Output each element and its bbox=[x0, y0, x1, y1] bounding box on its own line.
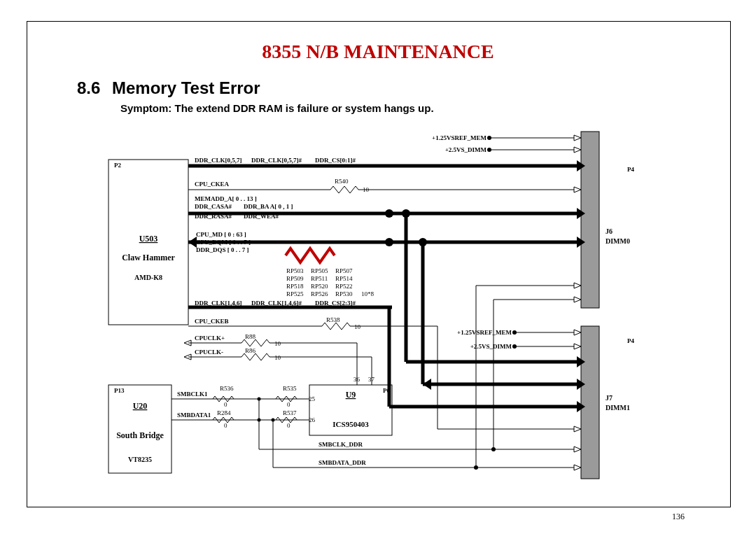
ddrdqs: DDR_DQS [ 0 . . 7 ] bbox=[196, 246, 249, 253]
dimm0-ref: J6 bbox=[606, 227, 612, 235]
r538: R538 bbox=[326, 316, 340, 323]
u503-part: AMD-K8 bbox=[134, 274, 162, 281]
ddrcasa: DDR_CASA# bbox=[195, 203, 232, 210]
svg-marker-72 bbox=[574, 330, 581, 335]
svg-point-53 bbox=[258, 419, 261, 422]
pin26: 26 bbox=[309, 416, 316, 423]
rp514: RP514 bbox=[335, 275, 353, 282]
rp505: RP505 bbox=[311, 267, 328, 274]
r540v: 10 bbox=[363, 186, 370, 193]
vref0-label: +1.25VSREF_MEM bbox=[432, 134, 486, 141]
u20-name: South Bridge bbox=[116, 430, 164, 440]
u20-part: VT8235 bbox=[128, 456, 152, 463]
svg-point-69 bbox=[474, 465, 478, 470]
smbclkddr: SMBCLK_DDR bbox=[318, 441, 363, 448]
svg-point-35 bbox=[419, 238, 427, 246]
u503-ref: U503 bbox=[139, 234, 158, 244]
ddrba: DDR_BA A[ 0 , 1 ] bbox=[244, 203, 293, 210]
svg-point-26 bbox=[385, 238, 393, 246]
cpudqm: CPU_DQM [ 0 . . 7 ] bbox=[196, 239, 251, 246]
rp525: RP525 bbox=[286, 290, 304, 297]
svg-point-55 bbox=[272, 419, 275, 422]
r537v: 0 bbox=[287, 422, 290, 429]
r537: R537 bbox=[283, 409, 297, 416]
cpuclkn: CPUCLK- bbox=[195, 349, 223, 356]
rp507: RP507 bbox=[335, 267, 353, 274]
dimm1-ref: J7 bbox=[606, 394, 612, 402]
rp511: RP511 bbox=[311, 275, 328, 282]
rp526: RP526 bbox=[311, 290, 328, 297]
schematic-diagram: P2 U503 Claw Hammer AMD-K8 P13 U20 South… bbox=[0, 0, 756, 534]
rp520: RP520 bbox=[311, 283, 328, 290]
rp509: RP509 bbox=[286, 275, 304, 282]
svg-marker-59 bbox=[574, 297, 581, 302]
smbdata1: SMBDATA1 bbox=[177, 412, 211, 419]
svg-marker-61 bbox=[574, 447, 581, 452]
dimm1-name: DIMM1 bbox=[606, 404, 630, 412]
r284v: 0 bbox=[224, 422, 227, 429]
vdimm0-label: +2.5VS_DIMM bbox=[445, 146, 487, 153]
cpumd: CPU_MD [ 0 : 63 ] bbox=[196, 231, 246, 238]
svg-marker-40 bbox=[574, 426, 581, 432]
ddrclk1: DDR_CLK[1,4,6] bbox=[195, 300, 242, 307]
u20-page: P13 bbox=[114, 387, 125, 394]
cpuclkp: CPUCLK+ bbox=[195, 335, 225, 342]
r88: R88 bbox=[245, 333, 256, 340]
r535: R535 bbox=[283, 385, 297, 392]
svg-marker-68 bbox=[574, 465, 581, 470]
svg-point-62 bbox=[491, 447, 496, 451]
rpnote: 10*8 bbox=[361, 290, 374, 297]
svg-rect-4 bbox=[581, 326, 599, 479]
u503-page: P2 bbox=[114, 162, 121, 169]
svg-marker-15 bbox=[574, 187, 581, 192]
r284: R284 bbox=[217, 409, 231, 416]
ddrcs1: DDR_CS[2:3]# bbox=[315, 300, 356, 307]
smbclk1: SMBCLK1 bbox=[177, 391, 208, 398]
vref1-label: +1.25VSREF_MEM bbox=[457, 329, 512, 336]
ddr-cs0: DDR_CS[0:1]# bbox=[315, 157, 356, 164]
rp518: RP518 bbox=[286, 283, 304, 290]
ddrclk1n: DDR_CLK[1,4,6]# bbox=[251, 300, 302, 307]
cpuckeb: CPU_CKEB bbox=[195, 318, 229, 325]
vdimm1-label: +2.5VS_DIMM bbox=[470, 343, 512, 350]
u503-name: Claw Hammer bbox=[122, 253, 175, 262]
ddrrasa: DDR_RASA# bbox=[195, 213, 232, 220]
u9-ref: U9 bbox=[346, 390, 356, 400]
r535v: 0 bbox=[287, 401, 290, 408]
svg-marker-66 bbox=[574, 283, 581, 288]
memadd: MEMADD_A[ 0 . . 13 ] bbox=[195, 195, 257, 202]
rp503: RP503 bbox=[286, 267, 304, 274]
svg-rect-3 bbox=[581, 132, 599, 308]
ddr-clk0n: DDR_CLK[0,5,7]# bbox=[251, 157, 302, 164]
dimm0-name: DIMM0 bbox=[606, 237, 630, 245]
r86: R86 bbox=[245, 347, 256, 354]
cpu-ckea: CPU_CKEA bbox=[195, 181, 229, 188]
svg-point-25 bbox=[385, 209, 393, 218]
r536v: 0 bbox=[224, 401, 227, 408]
pin25: 25 bbox=[309, 395, 316, 402]
svg-marker-75 bbox=[574, 344, 581, 349]
ddr-clk0: DDR_CLK[0,5,7] bbox=[195, 157, 242, 164]
svg-marker-10 bbox=[574, 147, 581, 153]
r538v: 10 bbox=[354, 323, 361, 330]
r536: R536 bbox=[220, 385, 234, 392]
dimm1-page: P4 bbox=[627, 337, 634, 344]
smbdataddr: SMBDATA_DDR bbox=[318, 459, 366, 466]
rp530: RP530 bbox=[335, 290, 353, 297]
r86v: 10 bbox=[274, 354, 281, 361]
rp522: RP522 bbox=[335, 283, 353, 290]
r540: R540 bbox=[335, 178, 349, 185]
dimm0-page: P4 bbox=[627, 166, 634, 173]
ddrwea: DDR_WEA# bbox=[244, 213, 279, 220]
u20-ref: U20 bbox=[133, 401, 148, 411]
r88v: 10 bbox=[274, 340, 281, 347]
svg-marker-7 bbox=[574, 135, 581, 141]
svg-point-30 bbox=[402, 209, 410, 218]
u9-name: ICS950403 bbox=[332, 420, 369, 428]
